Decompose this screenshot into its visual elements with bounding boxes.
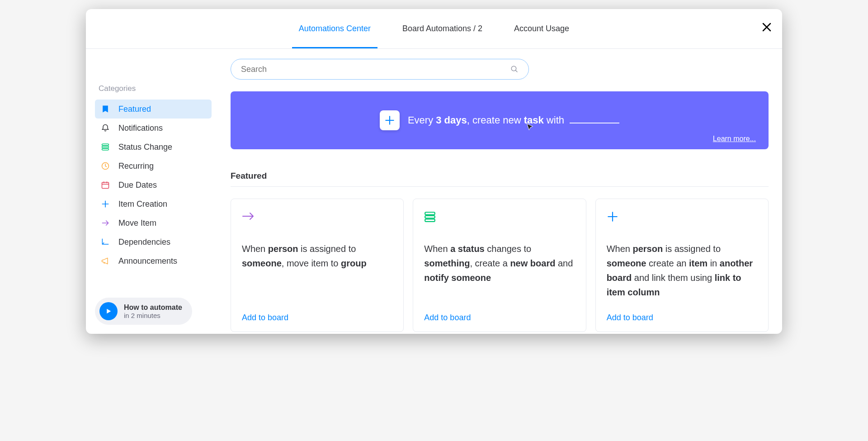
play-icon	[99, 302, 118, 320]
arrow-right-icon	[100, 218, 110, 228]
tab-board-automations[interactable]: Board Automations / 2	[402, 9, 482, 48]
section-title: Featured	[231, 171, 769, 187]
howto-title: How to automate	[124, 303, 182, 312]
sidebar-item-label: Move Item	[118, 218, 156, 228]
learn-more-link[interactable]: Learn more...	[713, 135, 756, 143]
sidebar-item-due-dates[interactable]: Due Dates	[95, 175, 212, 194]
svg-rect-2	[102, 148, 109, 150]
svg-rect-0	[102, 144, 109, 145]
automation-card[interactable]: When person is assigned to someone, move…	[231, 199, 404, 332]
automation-recipe-text: When person is assigned to someone creat…	[607, 242, 757, 299]
sidebar-item-label: Recurring	[118, 161, 154, 171]
add-to-board-link[interactable]: Add to board	[607, 313, 757, 322]
sidebar-item-item-creation[interactable]: Item Creation	[95, 194, 212, 213]
tabs: Automations Center Board Automations / 2…	[299, 9, 569, 48]
svg-rect-4	[102, 182, 109, 188]
banner-plus-icon	[380, 110, 400, 130]
tab-account-usage[interactable]: Account Usage	[514, 9, 569, 48]
sidebar-item-label: Dependencies	[118, 237, 170, 247]
close-button[interactable]	[761, 22, 772, 33]
automation-card[interactable]: When a status changes to something, crea…	[413, 199, 586, 332]
sidebar-item-dependencies[interactable]: Dependencies	[95, 232, 212, 251]
add-to-board-link[interactable]: Add to board	[242, 313, 392, 322]
sidebar-item-featured[interactable]: Featured	[95, 100, 212, 119]
search-icon	[510, 65, 519, 73]
sidebar-item-announcements[interactable]: Announcements	[95, 251, 212, 270]
bookmark-icon	[100, 104, 110, 114]
svg-rect-1	[102, 146, 109, 147]
calendar-icon	[100, 180, 110, 190]
bell-icon	[100, 123, 110, 133]
status-icon	[424, 211, 575, 225]
sidebar-item-label: Notifications	[118, 123, 163, 133]
sidebar-item-notifications[interactable]: Notifications	[95, 119, 212, 138]
cursor-icon	[525, 123, 535, 133]
add-to-board-link[interactable]: Add to board	[424, 313, 575, 322]
close-icon	[761, 22, 772, 33]
howto-button[interactable]: How to automate in 2 minutes	[95, 298, 192, 325]
automation-recipe-text: When a status changes to something, crea…	[424, 242, 575, 299]
sidebar: Categories Featured Notifications Status…	[86, 49, 217, 334]
svg-rect-6	[425, 212, 435, 214]
tab-automations-center[interactable]: Automations Center	[299, 9, 371, 48]
plus-icon	[100, 199, 110, 209]
howto-subtitle: in 2 minutes	[124, 312, 182, 319]
sidebar-item-label: Item Creation	[118, 199, 167, 209]
plus-icon	[607, 211, 757, 225]
sidebar-item-move-item[interactable]: Move Item	[95, 213, 212, 232]
topbar: Automations Center Board Automations / 2…	[86, 9, 782, 49]
automation-recipe-text: When person is assigned to someone, move…	[242, 242, 392, 299]
sidebar-item-label: Status Change	[118, 142, 172, 152]
dependencies-icon	[100, 237, 110, 247]
main: Every 3 days, create new task with Learn…	[217, 49, 782, 334]
search-wrap	[231, 59, 529, 80]
svg-rect-8	[425, 219, 435, 221]
recurring-icon	[100, 161, 110, 171]
sidebar-item-status-change[interactable]: Status Change	[95, 138, 212, 156]
custom-automation-banner[interactable]: Every 3 days, create new task with Learn…	[231, 91, 769, 149]
arrow-right-icon	[242, 211, 392, 225]
automations-center-window: Automations Center Board Automations / 2…	[86, 9, 782, 334]
automation-cards: When person is assigned to someone, move…	[231, 199, 769, 332]
body: Categories Featured Notifications Status…	[86, 49, 782, 334]
banner-text: Every 3 days, create new task with	[408, 114, 619, 126]
sidebar-item-label: Featured	[118, 104, 151, 114]
categories-heading: Categories	[99, 84, 212, 93]
sidebar-item-recurring[interactable]: Recurring	[95, 156, 212, 175]
sidebar-item-label: Due Dates	[118, 180, 157, 190]
automation-card[interactable]: When person is assigned to someone creat…	[595, 199, 769, 332]
megaphone-icon	[100, 256, 110, 266]
status-icon	[100, 142, 110, 152]
sidebar-item-label: Announcements	[118, 256, 177, 266]
svg-rect-7	[425, 216, 435, 218]
search-input[interactable]	[241, 65, 510, 74]
